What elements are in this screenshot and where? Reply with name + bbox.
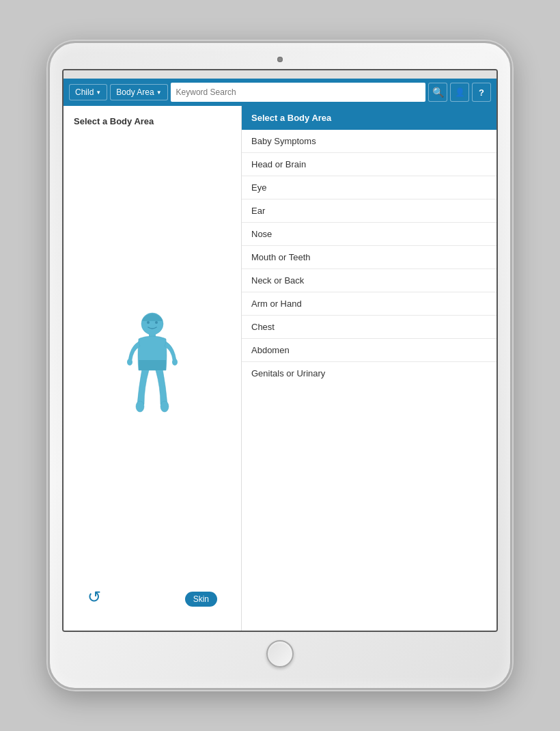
- svg-point-1: [147, 321, 150, 324]
- area-list-item[interactable]: Genitals or Urinary: [242, 362, 496, 381]
- body-panel: Select a Body Area: [64, 106, 241, 631]
- svg-point-2: [155, 321, 158, 324]
- svg-point-7: [160, 401, 169, 412]
- help-icon: ?: [479, 87, 484, 98]
- rotate-button[interactable]: ↺: [87, 588, 101, 607]
- area-list-item[interactable]: Arm or Hand: [242, 292, 496, 316]
- body-area-label: Body Area: [116, 87, 154, 97]
- area-list-item[interactable]: Baby Symptoms: [242, 130, 496, 153]
- tablet-frame: Child ▼ Body Area ▼ 🔍 👤 ? Select a Body …: [48, 41, 512, 690]
- svg-point-5: [172, 359, 178, 366]
- user-icon: 👤: [455, 87, 465, 97]
- child-arrow-icon: ▼: [96, 89, 101, 96]
- tablet-home-button[interactable]: [266, 640, 294, 667]
- child-dropdown[interactable]: Child ▼: [69, 84, 107, 100]
- area-list-item[interactable]: Mouth or Teeth: [242, 246, 496, 269]
- tablet-camera: [277, 57, 283, 62]
- area-panel-header: Select a Body Area: [242, 106, 496, 130]
- area-list-item[interactable]: Neck or Back: [242, 269, 496, 292]
- user-button[interactable]: 👤: [450, 83, 469, 102]
- body-area-dropdown[interactable]: Body Area ▼: [110, 84, 167, 100]
- app-content: Select a Body Area: [64, 106, 496, 631]
- screen-top-bar: [64, 70, 496, 79]
- area-list-item[interactable]: Abdomen: [242, 339, 496, 362]
- body-area-arrow-icon: ▼: [156, 89, 162, 96]
- body-figure: ↺ Skin: [74, 133, 231, 620]
- search-icon: 🔍: [432, 87, 444, 98]
- help-button[interactable]: ?: [472, 83, 491, 102]
- tablet-screen: Child ▼ Body Area ▼ 🔍 👤 ? Select a Body …: [62, 69, 498, 632]
- skin-button[interactable]: Skin: [185, 592, 217, 607]
- bottom-empty-area: [242, 381, 496, 631]
- svg-point-6: [136, 401, 144, 412]
- area-panel: Select a Body Area Baby SymptomsHead or …: [241, 106, 496, 631]
- child-figure-svg[interactable]: [111, 309, 193, 445]
- child-label: Child: [75, 87, 94, 97]
- area-list-item[interactable]: Eye: [242, 176, 496, 199]
- search-button[interactable]: 🔍: [428, 83, 447, 102]
- svg-point-4: [127, 359, 132, 366]
- app-toolbar: Child ▼ Body Area ▼ 🔍 👤 ?: [64, 79, 496, 106]
- search-input[interactable]: [171, 83, 425, 102]
- area-list: Baby SymptomsHead or BrainEyeEarNoseMout…: [242, 130, 496, 381]
- area-list-item[interactable]: Ear: [242, 199, 496, 223]
- area-list-item[interactable]: Nose: [242, 223, 496, 246]
- area-list-item[interactable]: Chest: [242, 316, 496, 339]
- area-list-item[interactable]: Head or Brain: [242, 153, 496, 176]
- body-panel-title: Select a Body Area: [74, 116, 154, 126]
